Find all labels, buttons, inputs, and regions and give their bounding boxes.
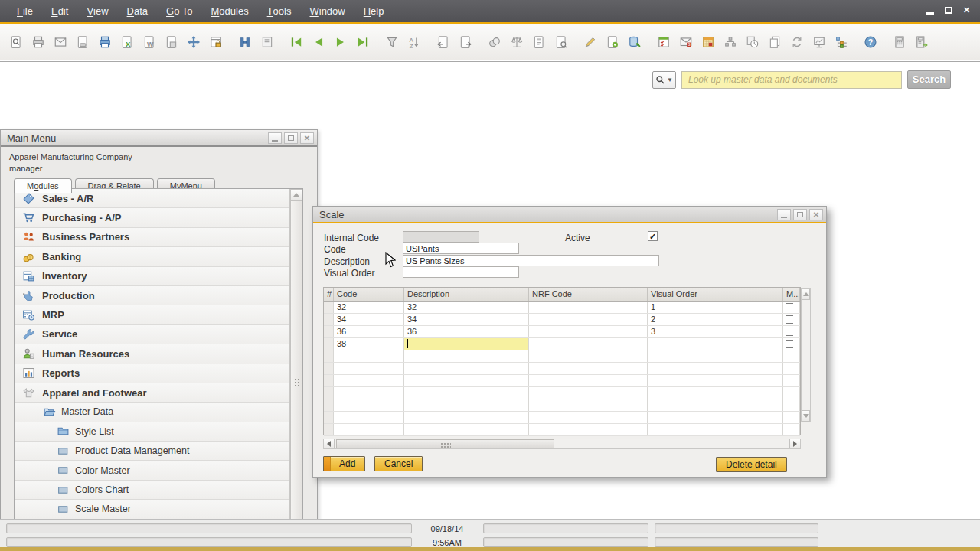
sidebar-item-business-partners[interactable]: Business Partners [15, 228, 289, 247]
menu-modules[interactable]: Modules [202, 0, 258, 22]
row-number-cell[interactable] [324, 399, 334, 411]
lock-screen-icon[interactable] [204, 32, 227, 52]
table-row[interactable] [324, 387, 800, 399]
email-icon[interactable] [49, 32, 71, 52]
sidebar-item-service[interactable]: Service [15, 325, 289, 344]
export-pdf-icon[interactable] [160, 32, 182, 52]
table-vertical-scrollbar[interactable] [801, 288, 811, 422]
table-row[interactable]: 32321 [324, 302, 800, 314]
table-cell[interactable] [648, 387, 783, 399]
table-cell[interactable] [404, 375, 529, 386]
table-cell[interactable] [529, 302, 648, 313]
table-cell[interactable] [529, 424, 648, 435]
table-cell[interactable] [404, 338, 529, 350]
visual-order-field[interactable] [403, 266, 519, 278]
table-cell[interactable] [529, 412, 648, 423]
table-cell[interactable] [783, 363, 800, 374]
table-cell[interactable] [648, 424, 783, 435]
add-record-icon[interactable] [256, 32, 278, 52]
table-cell[interactable] [783, 412, 800, 423]
table-cell[interactable] [783, 375, 800, 386]
row-number-cell[interactable] [324, 338, 334, 350]
alerts-icon[interactable] [741, 32, 763, 52]
scroll-up-icon[interactable] [290, 189, 302, 201]
sidebar-item-inventory[interactable]: Inventory [15, 267, 289, 286]
row-number-cell[interactable] [324, 375, 334, 386]
table-cell[interactable] [783, 399, 800, 411]
table-row[interactable] [324, 375, 800, 387]
table-cell[interactable] [404, 424, 529, 435]
sidebar-item-colors-chart[interactable]: Colors Chart [15, 481, 289, 500]
query-manager-icon[interactable] [623, 32, 645, 52]
column-header-visual-order[interactable]: Visual Order [648, 288, 783, 301]
table-cell[interactable]: 1 [648, 302, 783, 313]
column-header-num[interactable]: # [324, 288, 334, 301]
table-cell[interactable] [334, 350, 404, 362]
code-field[interactable] [403, 243, 519, 254]
add-button[interactable]: Add [323, 456, 365, 471]
main-menu-close-button[interactable]: ✕ [300, 132, 314, 144]
copy-to-icon[interactable] [454, 32, 476, 52]
message-log-icon[interactable]: S [675, 32, 697, 52]
menu-view[interactable]: View [77, 0, 117, 22]
scroll-left-icon[interactable] [324, 439, 335, 448]
table-horizontal-scrollbar[interactable] [323, 439, 801, 449]
table-cell[interactable] [529, 326, 648, 337]
table-cell[interactable] [529, 350, 648, 362]
sidebar-item-purchasing-a-p[interactable]: Purchasing - A/P [15, 208, 289, 227]
menu-go-to[interactable]: Go To [157, 0, 201, 22]
row-number-cell[interactable] [324, 350, 334, 362]
menu-tools[interactable]: Tools [258, 0, 301, 22]
table-cell[interactable] [783, 326, 800, 337]
row-number-cell[interactable] [324, 387, 334, 399]
table-row[interactable]: 38 [324, 338, 800, 350]
search-input[interactable] [681, 71, 902, 89]
help-icon[interactable]: ? [859, 32, 881, 52]
row-checkbox[interactable] [786, 340, 793, 348]
sidebar-item-color-master[interactable]: Color Master [15, 461, 289, 480]
copy-from-icon[interactable] [432, 32, 454, 52]
sidebar-item-product-data-management[interactable]: Product Data Management [15, 442, 289, 461]
find-icon[interactable] [234, 32, 256, 52]
column-header-nrf-code[interactable]: NRF Code [529, 288, 648, 301]
sidebar-item-production[interactable]: Production [15, 286, 289, 305]
base-document-icon[interactable] [550, 32, 572, 52]
gross-profit-icon[interactable] [505, 32, 528, 52]
calculator-icon[interactable] [888, 32, 910, 52]
table-cell[interactable]: 34 [334, 314, 404, 325]
print-preview-icon[interactable] [5, 32, 27, 52]
table-cell[interactable] [648, 375, 783, 386]
sidebar-item-human-resources[interactable]: Human Resources [15, 344, 289, 364]
scale-maximize-button[interactable] [793, 209, 807, 220]
row-number-cell[interactable] [324, 326, 334, 337]
table-cell[interactable] [783, 350, 800, 362]
table-row[interactable] [324, 399, 800, 412]
active-checkbox[interactable]: ✓ [648, 231, 658, 241]
table-cell[interactable] [334, 363, 404, 374]
table-cell[interactable] [334, 399, 404, 411]
menu-edit[interactable]: Edit [42, 0, 77, 22]
table-cell[interactable] [529, 338, 648, 350]
row-checkbox[interactable] [786, 328, 793, 336]
main-menu-minimize-button[interactable] [268, 132, 282, 144]
table-cell[interactable] [529, 363, 648, 374]
description-field[interactable] [403, 255, 659, 266]
scroll-up-icon[interactable] [802, 289, 810, 300]
refresh-icon[interactable] [786, 32, 808, 52]
export-excel-icon[interactable]: X [116, 32, 138, 52]
table-cell[interactable] [529, 375, 648, 386]
scroll-down-icon[interactable] [802, 410, 810, 422]
table-cell[interactable] [783, 302, 800, 313]
export-word-icon[interactable]: W [138, 32, 160, 52]
fax-icon[interactable] [93, 32, 116, 52]
last-record-icon[interactable] [351, 32, 374, 52]
table-cell[interactable] [334, 387, 404, 399]
menu-file[interactable]: File [8, 0, 42, 22]
row-number-cell[interactable] [324, 314, 334, 325]
table-cell[interactable] [648, 412, 783, 423]
previous-record-icon[interactable] [307, 32, 329, 52]
first-record-icon[interactable] [285, 32, 307, 52]
row-number-cell[interactable] [324, 363, 334, 374]
table-cell[interactable] [529, 387, 648, 399]
table-cell[interactable] [783, 338, 800, 350]
